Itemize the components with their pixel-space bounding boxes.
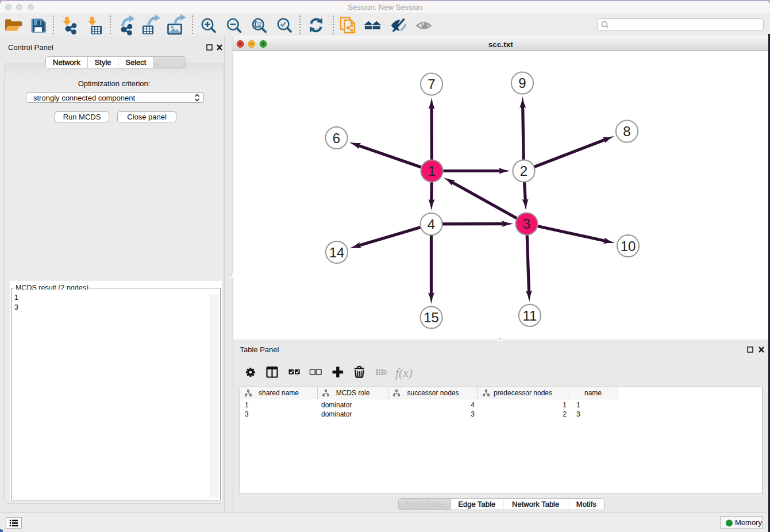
svg-text:8: 8 [623, 124, 630, 139]
svg-text:3: 3 [523, 216, 530, 232]
svg-text:6: 6 [333, 130, 340, 146]
svg-text:4: 4 [428, 217, 435, 232]
svg-text:f(x): f(x) [395, 366, 413, 380]
svg-text:10: 10 [621, 238, 636, 254]
svg-text:14: 14 [329, 245, 345, 260]
svg-text:7: 7 [428, 76, 435, 92]
svg-text:11: 11 [523, 308, 537, 323]
svg-text:9: 9 [518, 75, 526, 91]
svg-text:15: 15 [424, 310, 439, 325]
svg-text:1: 1 [428, 163, 436, 179]
svg-text:2: 2 [520, 163, 528, 179]
